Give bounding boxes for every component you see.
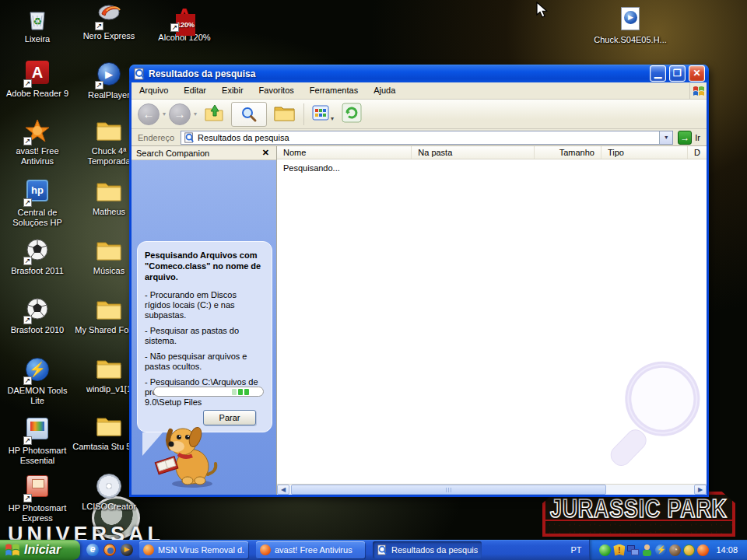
task-label: MSN Virus Removal d... (158, 545, 244, 555)
desktop-icon-adobe-reader[interactable]: A ↗ Adobe Reader 9 (0, 59, 75, 99)
forward-dropdown-icon[interactable]: ▾ (191, 110, 200, 117)
search-button[interactable] (231, 102, 267, 127)
desktop-icon-recycle-bin[interactable]: ♻ Lixeira (0, 6, 75, 44)
menu-ajuda[interactable]: Ajuda (366, 82, 403, 99)
messenger-user-icon[interactable] (641, 544, 653, 556)
horizontal-scrollbar[interactable]: ◀ ▶ (277, 484, 707, 495)
desktop: UNIVERSAL JURASSIC PARK ♻ Lixeira A ↗ Ad… (0, 0, 747, 560)
shortcut-arrow-icon: ↗ (23, 257, 32, 265)
desktop-icon-label: Chuck.S04E05.H... (593, 35, 668, 45)
green-orb-icon[interactable] (599, 544, 611, 556)
search-companion-panel: Search Companion ✕ Pesquisando Arquivos … (132, 146, 277, 495)
avast-ball-icon[interactable] (697, 544, 709, 556)
soccer-ball-icon: ↗ (24, 238, 51, 264)
forward-button[interactable]: → (169, 103, 191, 125)
nero-express-icon: ↗ (96, 3, 122, 30)
desktop-icon-label: LCISOCreator (72, 502, 146, 512)
shortcut-arrow-icon: ↗ (95, 81, 103, 89)
back-button[interactable]: ← (138, 103, 160, 125)
desktop-icon-chuck-video[interactable]: ▶ Chuck.S04E05.H... (593, 6, 668, 45)
shortcut-arrow-icon: ↗ (23, 436, 32, 445)
search-page-icon (184, 132, 195, 143)
taskbar-task-search-results[interactable]: Resultados da pesquisa (373, 541, 482, 558)
column-header-tamanho[interactable]: Tamanho (535, 146, 601, 159)
search-dog-rover[interactable] (147, 420, 221, 493)
menu-favoritos[interactable]: Favoritos (251, 82, 302, 99)
back-dropdown-icon[interactable]: ▾ (160, 110, 169, 117)
daemon-tools-lightning-icon[interactable]: ⚡ (655, 544, 667, 556)
desktop-icon-label: Brasfoot 2010 (0, 325, 75, 335)
scrollbar-thumb[interactable] (291, 485, 606, 495)
desktop-icon-alcohol[interactable]: A120% ↗ Alcohol 120% (147, 3, 222, 43)
close-button[interactable]: ✕ (689, 65, 705, 82)
window-titlebar[interactable]: Resultados da pesquisa ▁ ❐ ✕ (129, 65, 709, 82)
views-button[interactable]: ▾ (312, 105, 334, 124)
go-button[interactable]: → (678, 131, 692, 145)
menu-exibir[interactable]: Exibir (214, 82, 251, 99)
search-page-icon (133, 68, 146, 80)
views-dropdown-icon[interactable]: ▾ (331, 115, 334, 122)
desktop-icon-label: HP Photosmart Express (0, 503, 75, 523)
desktop-icon-hp-solution-center[interactable]: hp ↗ Central de Soluções HP (0, 177, 75, 228)
desktop-icon-daemon-tools[interactable]: ⚡ ↗ DAEMON Tools Lite (0, 356, 75, 406)
desktop-icon-hp-photosmart-essential[interactable]: ↗ HP Photosmart Essential (0, 415, 75, 466)
update-swirl-icon[interactable]: ◔ (669, 544, 681, 556)
desktop-icon-label: Brasfoot 2011 (0, 266, 75, 276)
search-results-window: Resultados da pesquisa ▁ ❐ ✕ Arquivo Edi… (129, 65, 709, 497)
network-monitors-icon[interactable] (627, 544, 639, 556)
taskbar-task-msn-virus-removal[interactable]: MSN Virus Removal d... (139, 541, 248, 558)
search-companion-title: Search Companion (136, 149, 209, 158)
taskbar-task-avast[interactable]: avast! Free Antivirus (256, 541, 365, 558)
desktop-icon-hp-photosmart-express[interactable]: ↗ HP Photosmart Express (0, 473, 75, 523)
folders-button[interactable] (274, 103, 296, 125)
daemon-tools-icon: ⚡ ↗ (24, 358, 51, 384)
column-header-nome[interactable]: Nome (277, 146, 412, 159)
search-status-heading: Pesquisando Arquivos com "Comeco.class" … (145, 250, 265, 282)
search-status-line: - Pesquisar as pastas do sistema. (145, 326, 265, 346)
firefox-icon[interactable] (103, 544, 116, 556)
scroll-left-icon[interactable]: ◀ (277, 485, 289, 495)
minimize-button[interactable]: ▁ (650, 65, 666, 82)
media-player-icon[interactable]: ▶ (121, 544, 133, 556)
address-label: Endereço (132, 133, 181, 142)
desktop-icon-nero-express[interactable]: ↗ Nero Express (72, 3, 146, 41)
column-header-data[interactable]: D (688, 146, 707, 159)
desktop-icon-label: avast! Free Antivirus (0, 146, 75, 166)
progress-blocks (232, 389, 249, 395)
language-indicator[interactable]: PT (563, 545, 589, 555)
search-status-line: - Não pesquisar arquivos e pastas oculto… (145, 352, 265, 372)
maximize-button[interactable]: ❐ (669, 65, 686, 82)
search-status-bubble: Pesquisando Arquivos com "Comeco.class" … (137, 241, 272, 432)
desktop-icon-label: Lixeira (0, 34, 75, 44)
soccer-ball-icon: ↗ (24, 297, 51, 324)
menu-editar[interactable]: Editar (176, 82, 214, 99)
menu-arquivo[interactable]: Arquivo (132, 82, 176, 99)
search-companion-close-icon[interactable]: ✕ (260, 148, 272, 158)
refresh-button[interactable] (342, 103, 362, 126)
internet-explorer-icon[interactable]: e (86, 544, 99, 556)
go-label[interactable]: Ir (695, 133, 707, 142)
tray-clock: 14:08 (711, 545, 741, 555)
menu-ferramentas[interactable]: Ferramentas (302, 82, 366, 99)
desktop-icon-label: Nero Express (72, 31, 146, 41)
desktop-icon-avast[interactable]: ↗ avast! Free Antivirus (0, 118, 75, 166)
window-main: Search Companion ✕ Pesquisando Arquivos … (132, 146, 707, 495)
desktop-icon-brasfoot-2011[interactable]: ↗ Brasfoot 2011 (0, 238, 75, 276)
address-dropdown-button[interactable]: ▾ (659, 131, 672, 144)
certificate-badge-icon[interactable] (683, 544, 695, 556)
quick-launch: e ▶ (80, 544, 139, 556)
desktop-icon-label: HP Photosmart Essential (0, 446, 75, 466)
up-folder-button[interactable] (204, 103, 224, 126)
toolbar: ← ▾ → ▾ ▾ (132, 100, 707, 129)
security-center-shield-icon[interactable]: ! (613, 544, 625, 556)
cd-disc-icon (96, 474, 122, 500)
folder-icon (96, 414, 122, 440)
folder-icon (96, 118, 122, 145)
column-header-tipo[interactable]: Tipo (601, 146, 688, 159)
address-input[interactable]: Resultados da pesquisa ▾ (181, 131, 673, 145)
column-header-na-pasta[interactable]: Na pasta (412, 146, 535, 159)
scroll-right-icon[interactable]: ▶ (694, 485, 707, 495)
desktop-icon-brasfoot-2010[interactable]: ↗ Brasfoot 2010 (0, 297, 75, 335)
hp-photosmart-express-icon: ↗ (24, 475, 51, 502)
start-button[interactable]: Iniciar (0, 540, 80, 560)
